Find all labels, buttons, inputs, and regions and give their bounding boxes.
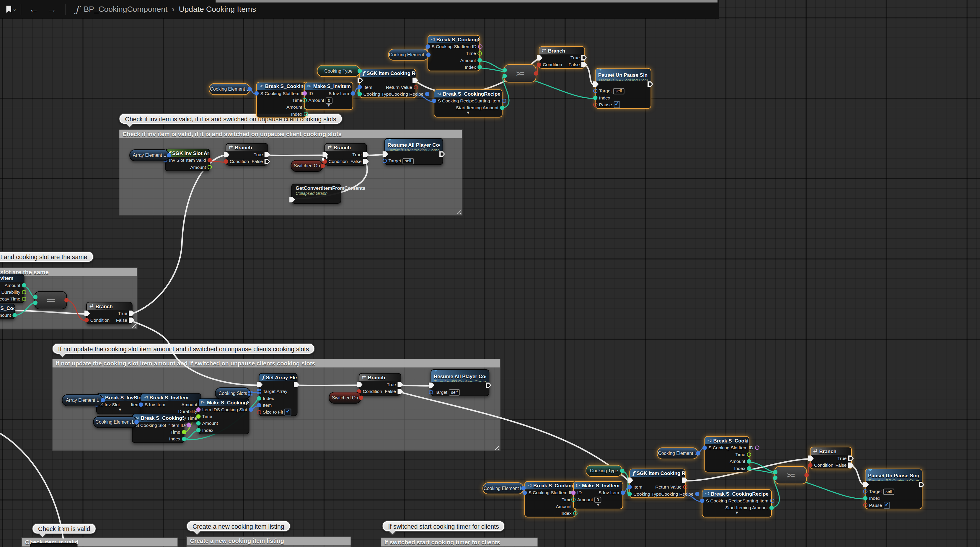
node-make-s-invitem-2[interactable]: ▻Make S_InvItemIDS Inv ItemAmount0▾: [573, 481, 623, 509]
node-header[interactable]: ◅Break S_InvItem: [141, 394, 200, 401]
wire-exec[interactable]: [0, 431, 63, 538]
start-iteming-amount-pin[interactable]: [770, 506, 774, 510]
item-id-pin[interactable]: [187, 423, 191, 428]
item-id-pin[interactable]: [196, 407, 201, 412]
target-pin[interactable]: [429, 390, 433, 394]
index-pin[interactable]: [573, 511, 578, 515]
expand-chevron-icon[interactable]: ▾: [702, 511, 771, 517]
index-pin[interactable]: [257, 396, 261, 401]
result-pin[interactable]: [804, 473, 808, 477]
condition-pin[interactable]: [808, 463, 813, 467]
node-break-s-cookingslot-a[interactable]: ◅Break S_CookingSlotS Cooking SlotItem I…: [428, 35, 480, 72]
amount-pin[interactable]: [571, 498, 576, 502]
exec-pin[interactable]: [627, 477, 633, 483]
amount-pin[interactable]: [196, 421, 201, 426]
node-break-s-cookingslot-c[interactable]: ◅Break S_CookingSlotS Cooking SlotItem I…: [524, 481, 576, 517]
time-pin[interactable]: [182, 430, 186, 434]
node-break-s-cookingslot-mid[interactable]: ◅Break S_CookingSlotS Cooking Slot^Item …: [132, 413, 185, 443]
index-pin[interactable]: [196, 428, 201, 433]
time-pin[interactable]: [196, 414, 201, 418]
item-pin[interactable]: [257, 403, 261, 407]
node-header[interactable]: ƒSGK Item Cooking Recipe: [630, 469, 685, 477]
bookmark-chevron-icon[interactable]: ⌄: [13, 6, 16, 12]
node-header[interactable]: ❖Pause/ Un Pause Single SlotTarget is BP…: [866, 469, 922, 481]
s-cooking-recipe-pin[interactable]: [700, 499, 705, 503]
output-pin[interactable]: [696, 451, 700, 455]
start-iteming-amount-pin[interactable]: [500, 106, 504, 110]
result-pin[interactable]: [533, 71, 538, 76]
target-pin[interactable]: [382, 159, 387, 163]
amount-pin[interactable]: [208, 165, 212, 169]
s-cooking-slot-pin[interactable]: [425, 44, 430, 49]
node-pause-unpause-1[interactable]: ❖Pause/ Un Pause Single SlotTarget is BP…: [595, 68, 651, 109]
node-header[interactable]: ⇄Branch: [87, 302, 132, 310]
s-inv-item-pin[interactable]: [139, 402, 143, 407]
node-break-s-invslot[interactable]: ◅Break S_InvSlotS Inv SlotItem▾: [96, 393, 144, 414]
cooking-type-pin[interactable]: [358, 92, 362, 96]
node-resume-all-player-1[interactable]: ❖Resume All Player Cooking SlotsTarget i…: [385, 138, 443, 165]
amount-pin[interactable]: [477, 58, 482, 63]
item-id-pin[interactable]: [755, 445, 759, 450]
node-header[interactable]: ❖Resume All Player Cooking SlotsTarget i…: [431, 370, 489, 382]
array-pin[interactable]: [248, 391, 253, 396]
cooking-recipe-pin[interactable]: [695, 492, 700, 496]
condition-pin[interactable]: [537, 63, 541, 67]
node-branch-2[interactable]: ⇄BranchTrueConditionFalse: [226, 143, 268, 165]
forward-button[interactable]: →: [47, 4, 57, 14]
node-header[interactable]: ⇄Branch: [360, 374, 401, 381]
variable-pill-array-element-l-1[interactable]: Array Element L: [129, 149, 169, 161]
pause-pin[interactable]: [593, 102, 598, 107]
amount-pin[interactable]: [747, 460, 751, 464]
result-pin[interactable]: [64, 298, 68, 302]
exec-pin[interactable]: [429, 382, 434, 388]
item-valid-pin[interactable]: [208, 158, 212, 163]
variable-pill-cooking-element-l-1[interactable]: Cooking Element L: [209, 83, 250, 95]
index-pin[interactable]: [477, 65, 482, 69]
variable-pill-cooking-element-l-2[interactable]: Cooking Element L: [388, 49, 429, 60]
output-pin[interactable]: [359, 396, 363, 400]
node-header[interactable]: ◅Break S_CookingSlot: [525, 482, 575, 489]
wire-bool[interactable]: [65, 300, 86, 321]
node-sgk-inv-slot-amount[interactable]: ƒSGK Inv Slot AmountInv SlotItem ValidAm…: [165, 149, 210, 171]
node-header[interactable]: ▻Make S_InvItem: [305, 83, 353, 90]
node-header[interactable]: ◅Break S_CookingSlot: [705, 437, 749, 444]
node-header[interactable]: ⇄Branch: [226, 144, 267, 151]
id-pin[interactable]: [571, 491, 576, 495]
node-break-s-cookingslot-cut[interactable]: ◅Break S_CookingSlotAmount: [0, 304, 15, 320]
exec-pin[interactable]: [290, 197, 295, 202]
s-cooking-slot-pin[interactable]: [702, 445, 707, 450]
s-cooking-slot-pin[interactable]: [255, 91, 259, 95]
node-branch-6[interactable]: ⇄BranchTrueConditionFalse: [810, 447, 852, 469]
pin-value-field[interactable]: self: [449, 389, 460, 395]
exec-pin[interactable]: [358, 77, 363, 83]
variable-pill-cooking-element-l-4[interactable]: Cooking Element L: [482, 482, 524, 494]
node-header[interactable]: ▻Make S_CookingSlot: [199, 399, 249, 406]
node-sgk-item-cooking-recipe-2[interactable]: ƒSGK Item Cooking RecipeItemReturn Value…: [630, 469, 686, 498]
bookmark-icon[interactable]: [6, 5, 11, 13]
array-pin[interactable]: [257, 390, 261, 394]
exec-pin[interactable]: [863, 482, 869, 487]
node-get-convert-item[interactable]: GetConvertItemFromContentsCollapsed Grap…: [291, 184, 341, 204]
condition-pin[interactable]: [224, 159, 228, 164]
wire-exec[interactable]: [131, 155, 225, 314]
item-pin[interactable]: [627, 485, 632, 490]
exec-pin[interactable]: [537, 55, 542, 60]
node-break-s-invitem-cut[interactable]: ◅Break S_InvItemS Inv ItemAmountDurabili…: [0, 274, 24, 303]
breadcrumb-graph-name[interactable]: Update Cooking Items: [179, 5, 256, 14]
output-pin[interactable]: [321, 164, 325, 168]
node-header[interactable]: ⇄Branch: [810, 447, 851, 455]
variable-pill-cooking-type-1[interactable]: Cooking Type: [317, 65, 360, 77]
cooking-type-pin[interactable]: [627, 492, 632, 496]
output-pin[interactable]: [620, 469, 625, 473]
collapse-chevron-icon[interactable]: ^: [168, 423, 170, 428]
exec-pin[interactable]: [593, 81, 599, 87]
node-greater-equal-2[interactable]: >=: [775, 466, 807, 484]
node-set-array-elem[interactable]: ƒSet Array ElemTarget ArrayIndexItemSize…: [259, 373, 298, 416]
node-break-s-cookingslot-d[interactable]: ◅Break S_CookingSlotS Cooking SlotItem I…: [705, 436, 749, 472]
wire-int[interactable]: [14, 302, 35, 316]
exec-pin[interactable]: [382, 151, 388, 157]
pin-value-field[interactable]: self: [403, 157, 414, 164]
output-pin[interactable]: [134, 420, 139, 424]
node-branch-1[interactable]: ⇄BranchTrueConditionFalse: [539, 46, 585, 69]
pin-value-field[interactable]: self: [613, 87, 624, 94]
